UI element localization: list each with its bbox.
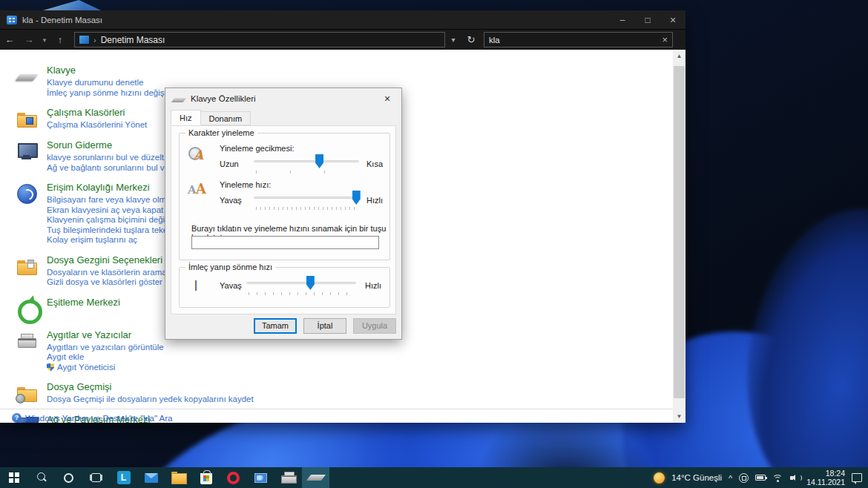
slider-ticks — [256, 207, 357, 210]
window-titlebar[interactable]: kla - Denetim Masası – □ × — [0, 10, 685, 30]
result-task-link[interactable]: Çalışma Klasörlerini Yönet — [47, 120, 147, 131]
refresh-icon[interactable]: ↻ — [461, 34, 481, 45]
file-history-icon — [15, 381, 39, 405]
slider-thumb[interactable] — [315, 154, 323, 168]
cursor-blink-group: İmleç yanıp sönme hızı | Yavaş Hızlı — [179, 267, 390, 308]
maximize-button[interactable]: □ — [635, 10, 660, 30]
action-center-icon[interactable] — [852, 473, 862, 482]
weather-sun-icon[interactable] — [654, 472, 665, 484]
microsoft-store-icon — [200, 473, 212, 484]
work-folders-icon — [15, 107, 39, 131]
dialog-buttons: Tamam İptal Uygula — [254, 318, 396, 334]
weather-text[interactable]: 14°C Güneşli — [671, 473, 722, 482]
keyboard-properties-taskbar-button[interactable] — [302, 467, 329, 488]
slider-ticks — [256, 171, 357, 174]
dialog-close-icon[interactable]: × — [373, 88, 401, 109]
control-panel-app-icon — [7, 16, 17, 24]
task-view-button[interactable] — [82, 467, 110, 488]
close-button[interactable]: × — [660, 10, 685, 30]
dialog-titlebar[interactable]: Klavye Özellikleri × — [165, 88, 401, 109]
slider-thumb[interactable] — [352, 191, 361, 205]
cursor-blink-slider[interactable] — [246, 276, 356, 297]
result-task-link[interactable]: Aygıtları ve yazıcıları görüntüle — [47, 343, 164, 353]
start-button[interactable] — [0, 467, 27, 488]
opera-icon — [227, 472, 240, 484]
letter-a-glyph: A — [196, 181, 206, 197]
result-task-link[interactable]: Dosya Geçmişi ile dosyaların yedek kopya… — [47, 395, 254, 405]
cast-icon[interactable] — [739, 473, 749, 483]
search-input[interactable] — [489, 36, 662, 44]
scroll-down-icon[interactable]: ▼ — [673, 410, 685, 423]
line-app-button[interactable] — [110, 467, 137, 488]
result-task-link[interactable]: İmleç yanıp sönme hızını değiştir — [47, 88, 171, 99]
vertical-scrollbar[interactable]: ▲ ▼ — [673, 50, 685, 423]
recent-pages-chevron-icon[interactable]: ▾ — [39, 36, 50, 44]
dialog-tabs: Hız Donanım — [171, 111, 250, 125]
repeat-rate-slider[interactable] — [254, 191, 359, 211]
system-tray: 14°C Güneşli ^ 18:24 14.11.2021 — [654, 469, 868, 487]
search-box[interactable]: × — [484, 32, 673, 47]
breadcrumb-separator-icon: › — [93, 36, 96, 44]
repeat-rate-right-label: Hızlı — [366, 196, 383, 205]
apply-button[interactable]: Uygula — [353, 318, 396, 334]
minimize-button[interactable]: – — [610, 10, 635, 30]
scroll-up-icon[interactable]: ▲ — [673, 50, 685, 62]
battery-icon[interactable] — [755, 475, 766, 481]
help-search-link[interactable]: Windows Yardım ve Destek'te "kla" Ara — [25, 414, 172, 423]
clear-search-icon[interactable]: × — [662, 34, 668, 45]
repeat-rate-icon: AA — [188, 181, 211, 200]
repeat-test-input[interactable] — [191, 236, 379, 249]
address-dropdown-icon[interactable]: ▾ — [445, 36, 461, 44]
keyboard-icon — [306, 475, 325, 481]
forward-icon[interactable]: → — [19, 34, 39, 45]
file-explorer-options-icon — [15, 254, 39, 278]
result-title-link[interactable]: Çalışma Klasörleri — [47, 107, 147, 118]
opera-button[interactable] — [220, 467, 247, 488]
back-icon[interactable]: ← — [0, 34, 19, 45]
volume-icon[interactable] — [790, 474, 800, 482]
mail-button[interactable] — [137, 467, 165, 488]
tray-overflow-chevron-icon[interactable]: ^ — [729, 474, 732, 483]
result-task-link[interactable]: Klavye durumunu denetle — [47, 78, 171, 88]
slider-track[interactable] — [254, 160, 359, 162]
taskbar-search-button[interactable] — [27, 467, 55, 488]
photos-icon — [254, 473, 267, 483]
document-glyph — [27, 260, 34, 268]
group-label: İmleç yanıp sönme hızı — [185, 263, 275, 271]
scrollbar-thumb[interactable] — [674, 66, 685, 398]
dialog-title: Klavye Özellikleri — [191, 94, 373, 103]
microsoft-store-button[interactable] — [192, 467, 220, 488]
tray-time: 18:24 — [806, 469, 845, 478]
devices-and-printers-icon — [15, 329, 39, 353]
ok-button[interactable]: Tamam — [254, 318, 297, 334]
help-search-row: ? Windows Yardım ve Destek'te "kla" Ara — [12, 413, 172, 423]
devices-printers-button[interactable] — [274, 467, 302, 488]
photos-button[interactable] — [247, 467, 274, 488]
slider-track[interactable] — [254, 197, 359, 199]
file-explorer-button[interactable] — [165, 467, 192, 488]
result-title-link[interactable]: Klavye — [47, 65, 171, 76]
blink-left-label: Yavaş — [220, 281, 242, 290]
result-title-link[interactable]: Eşitleme Merkezi — [47, 297, 120, 308]
cortana-button[interactable] — [55, 467, 82, 488]
clock-glyph — [16, 394, 25, 403]
clock[interactable]: 18:24 14.11.2021 — [806, 469, 845, 487]
slider-track[interactable] — [246, 282, 356, 284]
result-task-link[interactable]: Aygıt ekle — [47, 352, 164, 363]
wifi-icon[interactable] — [772, 474, 783, 482]
letter-a-glyph: A — [188, 183, 197, 197]
tab-hardware[interactable]: Donanım — [200, 111, 251, 125]
result-title-link[interactable]: Dosya Geçmişi — [47, 381, 254, 392]
breadcrumb[interactable]: Denetim Masası — [101, 35, 165, 45]
repeat-delay-right-label: Kısa — [366, 159, 383, 168]
up-icon[interactable]: ↑ — [50, 34, 70, 45]
windows-logo-icon — [9, 472, 19, 483]
tab-speed[interactable]: Hız — [171, 110, 201, 125]
result-task-link-admin[interactable]: Aygıt Yöneticisi — [47, 363, 164, 373]
slider-thumb[interactable] — [306, 276, 315, 290]
cancel-button[interactable]: İptal — [303, 318, 346, 334]
repeat-delay-slider[interactable] — [254, 154, 359, 175]
address-bar[interactable]: › Denetim Masası — [74, 32, 445, 47]
result-title-link[interactable]: Aygıtlar ve Yazıcılar — [47, 329, 164, 340]
control-panel-icon — [79, 36, 89, 44]
